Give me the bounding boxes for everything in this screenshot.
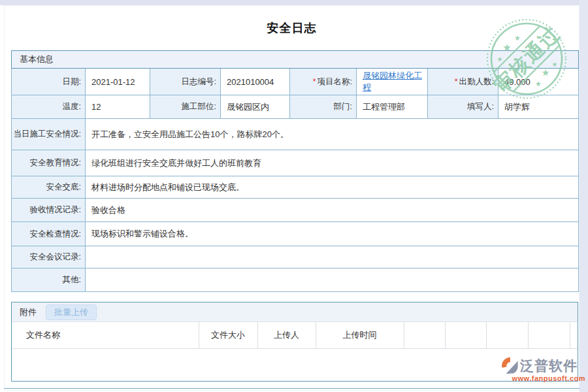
required-asterisk: * — [313, 77, 316, 86]
col-empty — [486, 322, 528, 348]
attachments-header: 附件 批量上传 — [12, 302, 578, 322]
temperature-label: 温度: — [12, 95, 86, 119]
department-value: 工程管理部 — [357, 95, 428, 119]
next-section-border — [4, 388, 580, 389]
attendance-value: 49.000 — [498, 69, 579, 95]
basic-info-table: 基本信息 日期: 2021-01-12 日志编号: 2021010004 *项目… — [11, 50, 579, 292]
fanpu-logo-icon — [500, 357, 519, 375]
log-number-value: 2021010004 — [221, 69, 290, 95]
batch-upload-button[interactable]: 批量上传 — [46, 304, 97, 320]
safety-disclosure-value: 材料进场时分配地点和铺设已现场交底。 — [86, 176, 579, 199]
writer-value: 胡学辉 — [498, 95, 579, 119]
col-empty — [528, 322, 570, 348]
col-empty — [404, 322, 445, 348]
acceptance-record-label: 验收情况记录: — [12, 199, 86, 222]
col-file-name: 文件名称 — [12, 322, 199, 348]
safety-inspection-label: 安全检查情况: — [12, 222, 86, 246]
brand-name: 泛普软件 — [520, 357, 578, 375]
col-empty — [445, 322, 486, 348]
project-name-value: 晟铭园林绿化工程 — [357, 69, 428, 95]
other-label: 其他: — [12, 269, 86, 292]
safety-education-value: 绿化班组进行安全交底并做好工人的班前教育 — [86, 150, 579, 176]
date-value: 2021-01-12 — [86, 69, 150, 95]
temperature-value: 12 — [86, 95, 150, 119]
attachments-table: 文件名称 文件大小 上传人 上传时间 — [12, 322, 578, 349]
safety-inspection-value: 现场标识和警示铺设合格。 — [86, 222, 579, 246]
acceptance-record-value: 验收合格 — [86, 199, 579, 222]
required-asterisk: * — [455, 77, 458, 86]
department-label: 部门: — [290, 95, 357, 119]
construction-site-value: 晟铭园区内 — [221, 95, 290, 119]
attendance-label: *出勤人数: — [428, 69, 498, 95]
construction-site-label: 施工部位: — [150, 95, 221, 119]
brand-url: www.fanpusoft.com — [500, 374, 585, 382]
date-label: 日期: — [12, 69, 86, 95]
safety-disclosure-label: 安全交底: — [12, 176, 86, 199]
col-file-size: 文件大小 — [199, 322, 257, 348]
writer-label: 填写人: — [428, 95, 498, 119]
other-value — [86, 269, 579, 292]
col-empty — [570, 322, 578, 348]
daily-safety-value: 开工准备，立安全用品施工公告10个，路标牌20个。 — [86, 119, 579, 150]
daily-safety-label: 当日施工安全情况: — [12, 119, 86, 150]
attachments-title: 附件 — [20, 306, 37, 318]
col-uploader: 上传人 — [257, 322, 316, 348]
safety-meeting-label: 安全会议记录: — [12, 246, 86, 269]
safety-education-label: 安全教育情况: — [12, 150, 86, 176]
top-strip — [0, 0, 588, 5]
col-upload-time: 上传时间 — [316, 322, 404, 348]
safety-meeting-value — [86, 246, 579, 269]
project-link[interactable]: 晟铭园林绿化工程 — [363, 71, 422, 92]
right-strip — [580, 0, 588, 392]
fanpu-logo: 泛普软件 www.fanpusoft.com — [500, 357, 585, 382]
section-header-basic-info: 基本信息 — [12, 51, 579, 69]
project-name-label: *项目名称: — [290, 69, 357, 95]
attachments-panel: 附件 批量上传 文件名称 文件大小 上传人 上传时间 — [11, 302, 578, 382]
log-number-label: 日志编号: — [150, 69, 221, 95]
page-title: 安全日志 — [5, 20, 579, 36]
page-content: 安全日志 基本信息 日期: 2021-01-12 日志编号: 202101000… — [4, 5, 580, 391]
